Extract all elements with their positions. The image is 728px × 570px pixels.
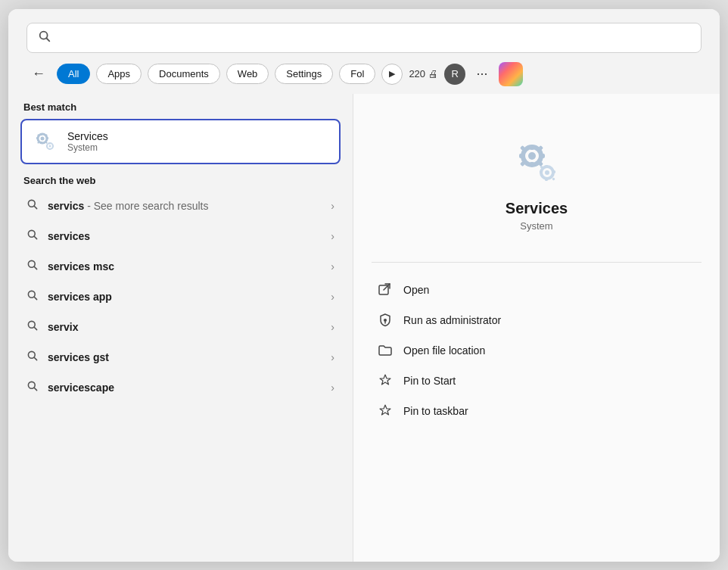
search-icon-3 — [26, 289, 39, 304]
search-panel: servics ← All Apps Documents Web Setting… — [8, 9, 720, 562]
printer-icon: 🖨 — [428, 68, 438, 79]
search-icon — [38, 30, 51, 46]
svg-point-3 — [41, 136, 45, 140]
search-icon-1 — [26, 229, 39, 244]
count-badge: 220 🖨 — [409, 68, 438, 79]
pin-taskbar-icon — [378, 403, 393, 419]
search-input[interactable]: servics — [59, 31, 690, 45]
action-open-file-location[interactable]: Open file location — [372, 335, 702, 366]
search-icon-5 — [26, 350, 39, 365]
svg-line-51 — [384, 284, 390, 290]
svg-line-27 — [34, 327, 37, 330]
filter-web[interactable]: Web — [226, 64, 269, 84]
action-run-as-admin[interactable]: Run as administrator — [372, 305, 702, 335]
web-item-arrow-2: › — [331, 260, 334, 273]
best-match-name: Services — [67, 130, 108, 142]
left-pane: Best match — [8, 94, 353, 562]
web-item-text-0: servics - See more search results — [48, 200, 322, 212]
filter-fol[interactable]: Fol — [339, 64, 375, 84]
web-item-0[interactable]: servics - See more search results › — [20, 191, 341, 221]
svg-rect-45 — [545, 178, 548, 181]
filter-documents[interactable]: Documents — [148, 64, 220, 84]
web-item-4[interactable]: servix › — [20, 312, 341, 342]
svg-point-43 — [545, 170, 549, 175]
app-type: System — [520, 220, 552, 232]
web-item-6[interactable]: servicescape › — [20, 372, 341, 403]
web-item-1[interactable]: services › — [20, 221, 341, 251]
web-item-text-6: servicescape — [48, 382, 322, 394]
count-value: 220 — [409, 68, 425, 79]
svg-rect-44 — [545, 165, 548, 168]
svg-rect-36 — [519, 154, 524, 158]
search-bar: servics — [26, 23, 702, 53]
filter-all[interactable]: All — [57, 64, 90, 84]
web-search-title: Search the web — [20, 175, 341, 186]
svg-point-33 — [528, 152, 536, 160]
svg-point-13 — [49, 145, 51, 147]
svg-rect-16 — [46, 145, 48, 147]
web-item-text-2: services msc — [48, 260, 322, 273]
web-item-text-1: services — [48, 230, 322, 242]
svg-rect-5 — [40, 142, 42, 144]
web-item-text-4: servix — [48, 321, 322, 333]
app-name: Services — [506, 200, 568, 217]
svg-rect-35 — [530, 162, 534, 167]
web-item-arrow-3: › — [331, 291, 334, 303]
best-match-item[interactable]: Services System — [20, 119, 341, 164]
action-pin-taskbar[interactable]: Pin to taskbar — [372, 396, 702, 426]
svg-line-1 — [46, 38, 49, 41]
web-item-arrow-0: › — [331, 200, 334, 212]
filter-row: ← All Apps Documents Web Settings Fol ▶ … — [8, 62, 720, 94]
svg-rect-34 — [530, 145, 534, 150]
avatar[interactable]: R — [444, 64, 465, 85]
main-content: Best match — [8, 94, 720, 562]
more-filters-play-button[interactable]: ▶ — [381, 64, 403, 85]
folder-icon — [378, 343, 393, 358]
services-icon — [31, 128, 58, 155]
open-icon — [378, 282, 393, 297]
web-item-2[interactable]: services msc › — [20, 251, 341, 282]
web-item-5[interactable]: services gst › — [20, 342, 341, 372]
action-pin-start-label: Pin to Start — [403, 375, 456, 387]
web-item-arrow-1: › — [331, 230, 334, 242]
app-details-header: Services System — [372, 112, 702, 262]
back-button[interactable]: ← — [26, 62, 51, 86]
web-item-text-5: services gst — [48, 351, 322, 363]
svg-rect-14 — [49, 142, 51, 144]
web-item-3[interactable]: services app › — [20, 282, 341, 312]
web-item-text-3: services app — [48, 291, 322, 303]
web-item-arrow-6: › — [331, 382, 334, 394]
pin-start-icon — [378, 373, 393, 388]
right-pane: Services System Open Run as adm — [353, 94, 720, 562]
action-pin-taskbar-label: Pin to taskbar — [403, 405, 468, 417]
action-open-label: Open — [403, 284, 429, 296]
right-pane-divider — [372, 262, 702, 263]
svg-line-19 — [34, 206, 37, 209]
best-match-type: System — [67, 142, 108, 153]
svg-rect-4 — [40, 133, 42, 135]
best-match-text: Services System — [67, 130, 108, 153]
app-icon-large — [509, 135, 564, 189]
best-match-title: Best match — [20, 101, 341, 113]
svg-rect-17 — [52, 145, 54, 147]
search-icon-2 — [26, 259, 39, 274]
search-icon-6 — [26, 380, 39, 395]
copilot-icon[interactable] — [499, 62, 523, 86]
filter-apps[interactable]: Apps — [96, 64, 142, 84]
svg-line-29 — [34, 357, 37, 360]
web-item-arrow-4: › — [331, 321, 334, 333]
more-options-button[interactable]: ··· — [471, 64, 493, 85]
svg-rect-7 — [46, 137, 48, 139]
action-open[interactable]: Open — [372, 275, 702, 305]
svg-rect-37 — [540, 154, 545, 158]
web-item-arrow-5: › — [331, 351, 334, 363]
search-icon-0 — [26, 198, 39, 213]
search-bar-row: servics — [8, 9, 720, 62]
svg-rect-47 — [552, 170, 555, 173]
svg-rect-6 — [36, 137, 39, 139]
action-run-as-admin-label: Run as administrator — [403, 314, 501, 326]
svg-line-31 — [34, 388, 37, 391]
action-pin-start[interactable]: Pin to Start — [372, 366, 702, 396]
filter-settings[interactable]: Settings — [275, 64, 333, 84]
action-open-file-location-label: Open file location — [403, 344, 485, 357]
